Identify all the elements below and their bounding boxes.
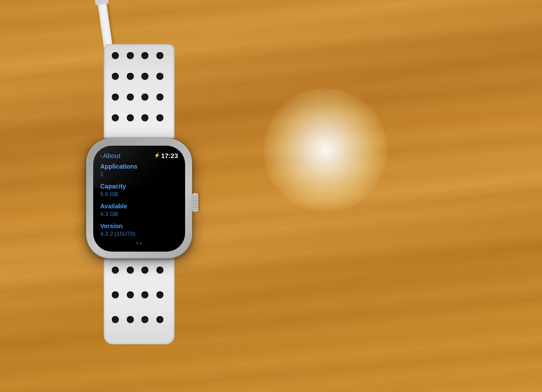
band-hole xyxy=(127,94,134,101)
current-time: 17:23 xyxy=(161,152,178,159)
watch-screen[interactable]: ‹ About ⚡ 17:23 Applications 1 Capacity … xyxy=(93,146,185,252)
page-dot xyxy=(140,242,142,244)
back-button[interactable]: ‹ About xyxy=(100,152,121,159)
apple-watch: ‹ About ⚡ 17:23 Applications 1 Capacity … xyxy=(57,44,221,344)
band-bottom xyxy=(104,259,174,344)
capacity-section: Capacity 5.6 GB xyxy=(100,183,178,197)
version-section: Version 4.3.2 (15U70) xyxy=(100,222,178,237)
band-hole xyxy=(141,267,148,274)
band-hole xyxy=(156,114,163,121)
band-hole xyxy=(127,267,134,274)
band-hole xyxy=(141,94,148,101)
band-hole xyxy=(141,73,148,80)
band-hole xyxy=(156,52,163,59)
band-hole xyxy=(156,316,163,323)
applications-label: Applications xyxy=(100,163,178,170)
band-hole xyxy=(112,291,119,298)
band-hole xyxy=(112,52,119,59)
screen-content: Applications 1 Capacity 5.6 GB Available… xyxy=(100,163,178,247)
band-hole xyxy=(141,114,148,121)
band-hole xyxy=(127,114,134,121)
screen-header: ‹ About ⚡ 17:23 xyxy=(100,152,178,159)
page-dot xyxy=(136,242,138,244)
watch-body: ‹ About ⚡ 17:23 Applications 1 Capacity … xyxy=(86,139,192,259)
band-hole xyxy=(112,114,119,121)
capacity-label: Capacity xyxy=(100,183,178,190)
band-hole xyxy=(156,73,163,80)
available-section: Available 4.3 GB xyxy=(100,203,178,217)
applications-section: Applications 1 xyxy=(100,163,178,177)
time-display: ⚡ 17:23 xyxy=(154,152,178,159)
applications-value: 1 xyxy=(100,171,178,177)
band-hole xyxy=(156,267,163,274)
charging-icon: ⚡ xyxy=(154,152,160,158)
digital-crown[interactable] xyxy=(192,193,198,211)
band-holes-top xyxy=(107,48,171,135)
band-hole xyxy=(141,52,148,59)
version-label: Version xyxy=(100,222,178,230)
available-value: 4.3 GB xyxy=(100,211,178,217)
band-hole xyxy=(141,316,148,323)
band-hole xyxy=(112,267,119,274)
version-value: 4.3.2 (15U70) xyxy=(100,230,178,237)
band-hole xyxy=(112,316,119,323)
band-hole xyxy=(141,291,148,298)
band-hole xyxy=(112,94,119,101)
back-label: About xyxy=(103,152,120,159)
capacity-value: 5.6 GB xyxy=(100,191,178,197)
band-top xyxy=(104,44,174,139)
band-hole xyxy=(156,94,163,101)
page-dots xyxy=(100,242,178,244)
band-hole xyxy=(112,73,119,80)
band-hole xyxy=(127,316,134,323)
band-hole xyxy=(156,291,163,298)
chevron-left-icon: ‹ xyxy=(100,152,102,159)
crown-ridges xyxy=(193,195,197,210)
band-hole xyxy=(127,73,134,80)
available-label: Available xyxy=(100,203,178,210)
band-hole xyxy=(127,52,134,59)
band-hole xyxy=(127,291,134,298)
band-holes-bottom xyxy=(107,262,171,341)
